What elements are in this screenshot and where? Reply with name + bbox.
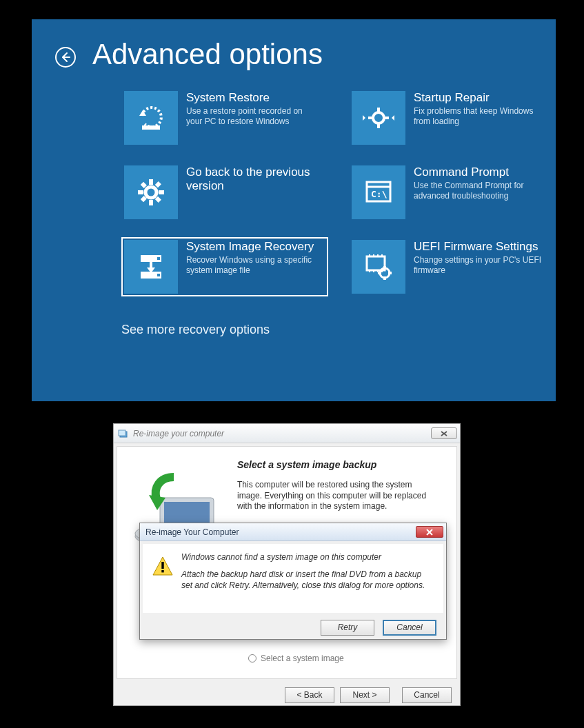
svg-rect-41: [119, 430, 125, 436]
tile-desc: Fix problems that keep Windows from load…: [414, 106, 548, 127]
close-icon: [441, 431, 447, 436]
svg-rect-37: [383, 276, 386, 280]
tile-title: Go back to the previous version: [186, 165, 321, 194]
wizard-paragraph: This computer will be restored using the…: [237, 480, 437, 512]
arrow-left-icon: [60, 52, 71, 63]
svg-point-3: [373, 112, 384, 123]
svg-rect-25: [157, 274, 160, 276]
svg-rect-56: [161, 570, 163, 572]
svg-rect-11: [138, 190, 143, 194]
tile-system-restore[interactable]: System Restore Use a restore point recor…: [121, 88, 328, 148]
svg-rect-55: [161, 562, 163, 569]
error-dialog: Re-image Your Computer Windows cannot fi…: [139, 523, 447, 640]
gear-icon: [124, 165, 178, 219]
tile-desc: Recover Windows using a specific system …: [186, 255, 321, 276]
tile-title: System Image Recovery: [186, 240, 321, 254]
svg-rect-15: [155, 181, 161, 188]
tile-go-back[interactable]: Go back to the previous version: [121, 163, 328, 222]
tile-title: UEFI Firmware Settings: [414, 240, 548, 254]
wizard-heading: Select a system image backup: [237, 459, 376, 470]
error-message: Windows cannot find a system image on th…: [181, 552, 434, 562]
page-title: Advanced options: [92, 40, 323, 69]
error-titlebar[interactable]: Re-image Your Computer: [140, 523, 446, 541]
window-title: Re-image your computer: [133, 429, 431, 438]
tile-title: Startup Repair: [414, 91, 548, 105]
radio-label: Select a system image: [261, 654, 344, 663]
error-instruction: Attach the backup hard disk or insert th…: [181, 569, 434, 591]
tile-title: Command Prompt: [414, 165, 548, 179]
wizard-titlebar[interactable]: Re-image your computer: [114, 424, 460, 443]
tile-desc: Change settings in your PC's UEFI firmwa…: [414, 255, 548, 276]
svg-rect-24: [157, 257, 160, 260]
tile-desc: Use a restore point recorded on your PC …: [186, 106, 321, 127]
tile-command-prompt[interactable]: C:\ Command Prompt Use the Command Promp…: [349, 163, 556, 222]
window-close-button[interactable]: [431, 427, 457, 439]
svg-rect-10: [149, 200, 153, 205]
svg-rect-12: [159, 190, 164, 194]
svg-point-8: [145, 187, 157, 198]
next-button[interactable]: Next >: [340, 687, 390, 703]
svg-rect-9: [149, 179, 153, 185]
svg-rect-39: [388, 272, 392, 274]
system-image-recovery-icon: [124, 240, 178, 294]
svg-text:C:\: C:\: [371, 189, 387, 199]
see-more-recovery-options-link[interactable]: See more recovery options: [32, 296, 556, 337]
warning-icon: [152, 556, 173, 576]
svg-rect-38: [378, 272, 381, 274]
cancel-button[interactable]: Cancel: [383, 620, 436, 636]
svg-rect-13: [141, 182, 147, 188]
error-title: Re-image Your Computer: [145, 527, 416, 537]
svg-rect-2: [142, 125, 160, 130]
error-button-row: Retry Cancel: [140, 616, 446, 639]
retry-button[interactable]: Retry: [321, 620, 374, 636]
tile-title: System Restore: [186, 91, 321, 105]
cancel-button[interactable]: Cancel: [402, 687, 452, 703]
wizard-button-row: < Back Next > Cancel: [114, 682, 460, 708]
radio-icon: [248, 654, 256, 663]
app-icon: [118, 428, 129, 439]
system-restore-icon: [124, 91, 178, 145]
error-body: Windows cannot find a system image on th…: [143, 544, 443, 613]
back-button[interactable]: [55, 47, 76, 68]
firmware-icon: [352, 240, 405, 294]
tile-grid: System Restore Use a restore point recor…: [32, 76, 556, 296]
advanced-options-screen: Advanced options System Restore Use a re…: [32, 19, 556, 401]
startup-repair-icon: [352, 91, 405, 145]
close-icon: [425, 529, 434, 536]
command-prompt-icon: C:\: [352, 165, 405, 219]
svg-rect-36: [383, 266, 386, 270]
select-system-image-radio[interactable]: Select a system image: [248, 654, 344, 663]
tile-desc: Use the Command Prompt for advanced trou…: [414, 181, 548, 201]
header: Advanced options: [32, 19, 556, 76]
error-close-button[interactable]: [416, 526, 443, 538]
tile-system-image-recovery[interactable]: System Image Recovery Recover Windows us…: [121, 237, 328, 296]
tile-startup-repair[interactable]: Startup Repair Fix problems that keep Wi…: [349, 88, 556, 148]
tile-uefi-firmware[interactable]: UEFI Firmware Settings Change settings i…: [349, 237, 556, 296]
back-button[interactable]: < Back: [285, 687, 334, 703]
